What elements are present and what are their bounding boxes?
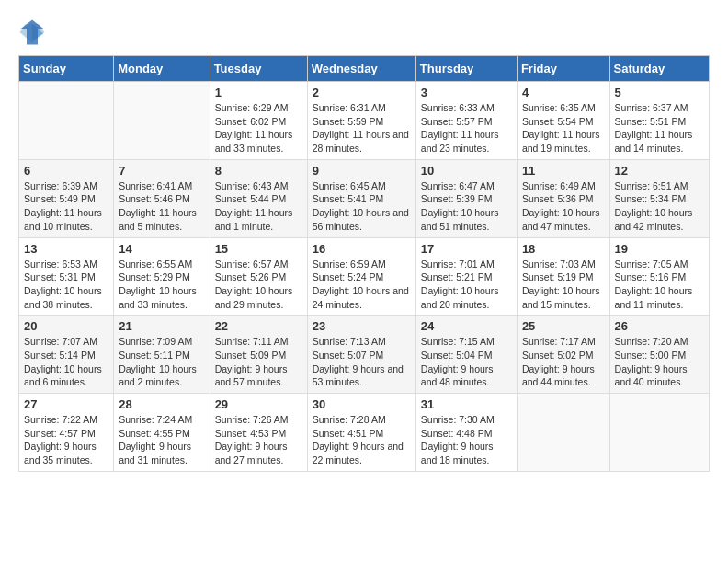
calendar-cell: 6Sunrise: 6:39 AMSunset: 5:49 PMDaylight… xyxy=(19,159,114,237)
day-info: Sunrise: 7:09 AMSunset: 5:11 PMDaylight:… xyxy=(119,335,204,389)
day-info: Sunrise: 7:26 AMSunset: 4:53 PMDaylight:… xyxy=(215,413,302,467)
calendar-week-row: 13Sunrise: 6:53 AMSunset: 5:31 PMDayligh… xyxy=(19,237,710,316)
calendar-cell: 24Sunrise: 7:15 AMSunset: 5:04 PMDayligh… xyxy=(415,316,517,394)
day-info: Sunrise: 6:39 AMSunset: 5:49 PMDaylight:… xyxy=(24,179,108,234)
day-info: Sunrise: 7:07 AMSunset: 5:14 PMDaylight:… xyxy=(24,335,108,389)
day-number: 13 xyxy=(24,242,108,256)
day-number: 11 xyxy=(522,164,605,178)
calendar-cell: 28Sunrise: 7:24 AMSunset: 4:55 PMDayligh… xyxy=(114,394,210,472)
day-number: 1 xyxy=(215,86,302,99)
calendar-cell: 9Sunrise: 6:45 AMSunset: 5:41 PMDaylight… xyxy=(307,159,415,237)
day-number: 17 xyxy=(421,242,512,256)
calendar-cell: 7Sunrise: 6:41 AMSunset: 5:46 PMDaylight… xyxy=(114,159,210,237)
calendar-week-row: 1Sunrise: 6:29 AMSunset: 6:02 PMDaylight… xyxy=(19,82,710,160)
day-number: 7 xyxy=(119,164,204,178)
day-info: Sunrise: 6:43 AMSunset: 5:44 PMDaylight:… xyxy=(215,179,302,234)
day-info: Sunrise: 7:05 AMSunset: 5:16 PMDaylight:… xyxy=(615,258,704,312)
day-info: Sunrise: 6:59 AMSunset: 5:24 PMDaylight:… xyxy=(313,258,411,312)
header-friday: Friday xyxy=(517,56,609,82)
calendar-cell: 27Sunrise: 7:22 AMSunset: 4:57 PMDayligh… xyxy=(19,394,114,472)
day-info: Sunrise: 6:57 AMSunset: 5:26 PMDaylight:… xyxy=(215,258,302,312)
calendar-cell: 22Sunrise: 7:11 AMSunset: 5:09 PMDayligh… xyxy=(210,316,307,394)
page-header xyxy=(18,18,710,46)
day-info: Sunrise: 7:11 AMSunset: 5:09 PMDaylight:… xyxy=(215,335,302,389)
day-number: 16 xyxy=(313,242,411,256)
day-info: Sunrise: 7:03 AMSunset: 5:19 PMDaylight:… xyxy=(522,258,605,312)
calendar-cell: 3Sunrise: 6:33 AMSunset: 5:57 PMDaylight… xyxy=(415,82,517,160)
day-info: Sunrise: 6:51 AMSunset: 5:34 PMDaylight:… xyxy=(615,179,704,234)
day-number: 9 xyxy=(313,164,411,178)
day-info: Sunrise: 6:35 AMSunset: 5:54 PMDaylight:… xyxy=(522,101,605,155)
calendar-cell: 20Sunrise: 7:07 AMSunset: 5:14 PMDayligh… xyxy=(19,316,114,394)
day-number: 2 xyxy=(313,86,411,99)
calendar-cell: 16Sunrise: 6:59 AMSunset: 5:24 PMDayligh… xyxy=(307,237,415,316)
day-info: Sunrise: 6:55 AMSunset: 5:29 PMDaylight:… xyxy=(119,258,204,312)
day-info: Sunrise: 6:49 AMSunset: 5:36 PMDaylight:… xyxy=(522,179,605,234)
day-number: 23 xyxy=(313,319,411,333)
day-number: 25 xyxy=(522,319,605,333)
calendar-cell: 2Sunrise: 6:31 AMSunset: 5:59 PMDaylight… xyxy=(307,82,415,160)
calendar-cell: 5Sunrise: 6:37 AMSunset: 5:51 PMDaylight… xyxy=(609,82,709,160)
day-number: 20 xyxy=(24,319,108,333)
day-number: 26 xyxy=(615,319,704,333)
calendar-cell: 19Sunrise: 7:05 AMSunset: 5:16 PMDayligh… xyxy=(609,237,709,316)
day-number: 24 xyxy=(421,319,512,333)
day-number: 18 xyxy=(522,242,605,256)
day-number: 3 xyxy=(421,86,512,99)
day-info: Sunrise: 7:13 AMSunset: 5:07 PMDaylight:… xyxy=(313,335,411,389)
calendar-table: SundayMondayTuesdayWednesdayThursdayFrid… xyxy=(18,55,710,472)
calendar-week-row: 20Sunrise: 7:07 AMSunset: 5:14 PMDayligh… xyxy=(19,316,710,394)
day-number: 4 xyxy=(522,86,605,99)
header-sunday: Sunday xyxy=(19,56,114,82)
calendar-cell: 14Sunrise: 6:55 AMSunset: 5:29 PMDayligh… xyxy=(114,237,210,316)
day-number: 19 xyxy=(615,242,704,256)
calendar-week-row: 27Sunrise: 7:22 AMSunset: 4:57 PMDayligh… xyxy=(19,394,710,472)
logo-icon xyxy=(18,18,46,46)
calendar-header-row: SundayMondayTuesdayWednesdayThursdayFrid… xyxy=(19,56,710,82)
calendar-cell: 18Sunrise: 7:03 AMSunset: 5:19 PMDayligh… xyxy=(517,237,609,316)
day-info: Sunrise: 7:15 AMSunset: 5:04 PMDaylight:… xyxy=(421,335,512,389)
calendar-cell: 17Sunrise: 7:01 AMSunset: 5:21 PMDayligh… xyxy=(415,237,517,316)
calendar-cell: 1Sunrise: 6:29 AMSunset: 6:02 PMDaylight… xyxy=(210,82,307,160)
calendar-cell: 25Sunrise: 7:17 AMSunset: 5:02 PMDayligh… xyxy=(517,316,609,394)
day-info: Sunrise: 6:53 AMSunset: 5:31 PMDaylight:… xyxy=(24,258,108,312)
day-info: Sunrise: 7:22 AMSunset: 4:57 PMDaylight:… xyxy=(24,413,108,467)
day-number: 31 xyxy=(421,397,512,411)
calendar-cell: 4Sunrise: 6:35 AMSunset: 5:54 PMDaylight… xyxy=(517,82,609,160)
day-info: Sunrise: 7:24 AMSunset: 4:55 PMDaylight:… xyxy=(119,413,204,467)
day-info: Sunrise: 7:28 AMSunset: 4:51 PMDaylight:… xyxy=(313,413,411,467)
day-info: Sunrise: 6:29 AMSunset: 6:02 PMDaylight:… xyxy=(215,101,302,155)
day-info: Sunrise: 7:20 AMSunset: 5:00 PMDaylight:… xyxy=(615,335,704,389)
calendar-cell: 11Sunrise: 6:49 AMSunset: 5:36 PMDayligh… xyxy=(517,159,609,237)
day-number: 15 xyxy=(215,242,302,256)
calendar-cell: 21Sunrise: 7:09 AMSunset: 5:11 PMDayligh… xyxy=(114,316,210,394)
day-number: 22 xyxy=(215,319,302,333)
header-thursday: Thursday xyxy=(415,56,517,82)
day-info: Sunrise: 6:45 AMSunset: 5:41 PMDaylight:… xyxy=(313,179,411,234)
calendar-week-row: 6Sunrise: 6:39 AMSunset: 5:49 PMDaylight… xyxy=(19,159,710,237)
day-number: 5 xyxy=(615,86,704,99)
calendar-cell: 8Sunrise: 6:43 AMSunset: 5:44 PMDaylight… xyxy=(210,159,307,237)
day-number: 28 xyxy=(119,397,204,411)
day-info: Sunrise: 6:47 AMSunset: 5:39 PMDaylight:… xyxy=(421,179,512,234)
calendar-cell: 12Sunrise: 6:51 AMSunset: 5:34 PMDayligh… xyxy=(609,159,709,237)
header-wednesday: Wednesday xyxy=(307,56,415,82)
header-tuesday: Tuesday xyxy=(210,56,307,82)
header-monday: Monday xyxy=(114,56,210,82)
calendar-cell: 23Sunrise: 7:13 AMSunset: 5:07 PMDayligh… xyxy=(307,316,415,394)
calendar-cell: 26Sunrise: 7:20 AMSunset: 5:00 PMDayligh… xyxy=(609,316,709,394)
calendar-cell: 31Sunrise: 7:30 AMSunset: 4:48 PMDayligh… xyxy=(415,394,517,472)
header-saturday: Saturday xyxy=(609,56,709,82)
day-number: 30 xyxy=(313,397,411,411)
calendar-cell: 30Sunrise: 7:28 AMSunset: 4:51 PMDayligh… xyxy=(307,394,415,472)
calendar-cell xyxy=(609,394,709,472)
calendar-cell xyxy=(517,394,609,472)
day-info: Sunrise: 7:01 AMSunset: 5:21 PMDaylight:… xyxy=(421,258,512,312)
calendar-cell xyxy=(114,82,210,160)
calendar-cell: 29Sunrise: 7:26 AMSunset: 4:53 PMDayligh… xyxy=(210,394,307,472)
day-number: 6 xyxy=(24,164,108,178)
calendar-cell: 10Sunrise: 6:47 AMSunset: 5:39 PMDayligh… xyxy=(415,159,517,237)
calendar-cell: 15Sunrise: 6:57 AMSunset: 5:26 PMDayligh… xyxy=(210,237,307,316)
day-info: Sunrise: 7:30 AMSunset: 4:48 PMDaylight:… xyxy=(421,413,512,467)
day-number: 8 xyxy=(215,164,302,178)
